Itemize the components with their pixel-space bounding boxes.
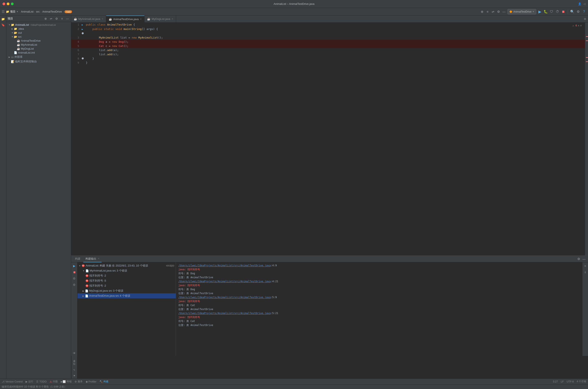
build-tree-atd[interactable]: ▶ 📄 AnimalTestDrive.java src 4 个错误 [77,293,176,298]
error-nav-up[interactable]: ∧ [578,24,579,28]
build-link-1[interactable]: /Users/zlwei/IdeaProjects/AnimalList/src… [178,264,271,267]
minimize-panel-icon[interactable]: — [501,9,506,14]
build-tab-1-label[interactable]: 构建 [73,256,83,262]
settings-main-icon[interactable]: ⚙ [576,9,581,14]
right-side-icon-2[interactable]: ⚑ [72,373,77,379]
profile-icon[interactable]: 👤 [578,2,581,5]
status-problems[interactable]: ⚠ 问题 [50,380,58,383]
build-stop-icon[interactable]: ⏹ [72,269,77,275]
project-panel-toggle[interactable]: 📁 [0,16,6,22]
build-output-line-13[interactable]: /Users/zlwei/IdeaProjects/AnimalList/src… [178,311,580,315]
tree-item-animaltestdrive[interactable]: ☕ AnimalTestDrive [6,39,71,43]
breadcrumb-file[interactable]: AnimalTestDrive [42,10,62,13]
build-tree-mal-err3[interactable]: ⛔ 找不到符号 :2 [77,283,176,288]
build-eye-icon[interactable]: 👁 [72,351,77,356]
tree-item-iml[interactable]: 📄 AnimalList.iml [6,51,71,55]
sync-icon[interactable]: ⇌ [491,9,495,14]
run-button[interactable]: ▶ [538,9,542,14]
debug-button[interactable]: 🐛 [543,9,548,14]
build-icon[interactable]: ≡ [485,9,490,14]
build-rerun-icon[interactable]: ▶ [72,263,77,269]
run-config-dropdown[interactable]: 🔶 AnimalTestDrive ▼ [507,9,536,14]
tree-item-scratch[interactable]: 📝 临时文件和控制台 [6,59,71,64]
tab-mydoglist[interactable]: ☕ MyDogList.java ✕ [144,15,176,23]
status-services[interactable]: ⚙ 服务 [74,380,83,383]
build-tree-root[interactable]: ▼ ⛔ AnimalList: 构建 失败 在 2022/8/2, 23:43,… [77,263,176,268]
status-todo[interactable]: ☰ TODO [36,380,46,383]
coverage-button[interactable]: 🛡 [549,9,554,14]
build-tab-2-label[interactable]: 构建输出✕ [83,256,101,262]
tree-item-root[interactable]: ▼ 📁 AnimalList ~/IdeaProjects/AnimalList [6,23,71,27]
error-nav-down[interactable]: ∨ [580,24,582,28]
tab-myanimallist-close[interactable]: ✕ [101,18,103,20]
build-tree-mal[interactable]: ▼ 📄 MyAnimalList.java src 3 个错误 [77,268,176,273]
build-tree-mal-err1[interactable]: ⛔ 找不到符号 :2 [77,273,176,278]
status-profiler[interactable]: ◉ Profiler [86,380,97,383]
tab-animaltestdrive[interactable]: ☕ AnimalTestDrive.java ✕ [106,15,144,23]
status-lf[interactable]: LF [561,380,564,383]
build-right-icon-1[interactable]: ≡ [583,263,588,269]
bookmarks-icon[interactable]: 🔖 [0,22,6,28]
stop-button[interactable]: ⏹ [561,9,566,14]
search-everywhere-icon[interactable]: 🔍 [570,9,575,14]
status-build[interactable]: 🔨 构建 [99,380,108,383]
right-panel-label-1[interactable]: 通 [72,357,76,359]
build-link-3[interactable]: /Users/zlwei/IdeaProjects/AnimalList/src… [178,296,271,299]
build-settings-icon[interactable]: ⚙ [576,257,581,261]
status-vcs[interactable]: ⎇ Version Control [2,380,23,383]
tab-animaltestdrive-close[interactable]: ✕ [140,18,142,21]
right-panel-label-2[interactable]: 知 [72,360,76,362]
project-settings-icon[interactable]: ≡ [60,16,64,21]
build-filter-icon[interactable]: ⚙ [72,276,77,281]
settings-icon[interactable]: ⚙ [496,9,501,14]
minimize-button[interactable] [7,2,9,5]
line-code-9: } [86,61,588,65]
add-file-icon[interactable]: ⊕ [480,9,484,14]
status-terminal[interactable]: ▶⬜ 终端 [61,380,72,383]
project-sync-icon[interactable]: ⇌ [49,16,53,21]
status-position[interactable]: 5:27 [553,380,558,383]
git-branch[interactable]: main [65,10,72,13]
build-output-close[interactable]: ✕ [98,257,99,260]
back-icon[interactable]: ◁ [583,2,586,5]
tree-item-src[interactable]: ▼ 📂 src [6,35,71,39]
build-link-4[interactable]: /Users/zlwei/IdeaProjects/AnimalList/src… [178,312,271,315]
build-close-icon[interactable]: — [582,257,586,261]
right-side-icon-1[interactable]: ✎ [72,367,77,373]
build-expand-icon[interactable]: ⚙ [72,282,77,288]
tab-myanimallist[interactable]: ☕ MyAnimalList.java ✕ [71,15,106,23]
hamburger-icon[interactable]: ☰ [2,10,5,14]
tab-mydoglist-close[interactable]: ✕ [171,18,173,20]
tabs-settings-icon[interactable]: ⚙ [582,17,588,21]
tree-item-myanimallist[interactable]: ☕ MyAnimalList [6,43,71,47]
gutter-arrow-2[interactable]: ▶ [82,28,83,31]
project-dropdown-icon[interactable]: ▼ [16,10,18,13]
breadcrumb-src[interactable]: src [36,10,40,13]
project-close-panel-icon[interactable]: — [65,16,70,21]
build-output-line-9[interactable]: /Users/zlwei/IdeaProjects/AnimalList/src… [178,295,580,299]
build-tree-mdl[interactable]: ▶ 📄 MyDogList.java src 3 个错误 [77,288,176,293]
tree-item-external[interactable]: ▶ 🗂 外部库 [6,55,71,59]
profile-run-button[interactable]: ⏱ [555,9,560,14]
code-editor[interactable]: ⚠ 6 ∧ ∨ 1 ▶ public class Animal [71,23,588,256]
status-charset[interactable]: UTF-8 [567,380,574,383]
build-right-icon-2[interactable]: ⇓ [583,269,588,275]
tree-item-out[interactable]: ▼ 📂 out [6,31,71,35]
status-run[interactable]: ▶ 运行 [26,380,33,383]
tree-item-idea[interactable]: ▶ 📁 .idea [6,27,71,31]
status-indent[interactable]: 4 个空格 [577,380,586,383]
build-link-2[interactable]: /Users/zlwei/IdeaProjects/AnimalList/src… [178,280,271,283]
project-add-icon[interactable]: ⊕ [43,16,48,21]
help-icon[interactable]: ? [582,9,586,14]
build-tree-mal-err2[interactable]: ⛔ 找不到符号 :5 [77,278,176,283]
window-controls[interactable] [2,2,14,5]
tree-item-mydoglist[interactable]: ☕ MyDogList [6,47,71,51]
maximize-button[interactable] [11,2,14,5]
gutter-arrow-1[interactable]: ▶ [82,24,83,26]
close-button[interactable] [2,2,5,5]
breadcrumb-project[interactable]: AnimalList [21,10,33,13]
project-config-icon[interactable]: ⚙ [54,16,59,21]
build-output-line-1[interactable]: /Users/zlwei/IdeaProjects/AnimalList/src… [178,263,580,268]
build-output-line-5[interactable]: /Users/zlwei/IdeaProjects/AnimalList/src… [178,280,580,284]
build-tree-atd-label: AnimalTestDrive.java src 4 个错误 [89,294,130,298]
